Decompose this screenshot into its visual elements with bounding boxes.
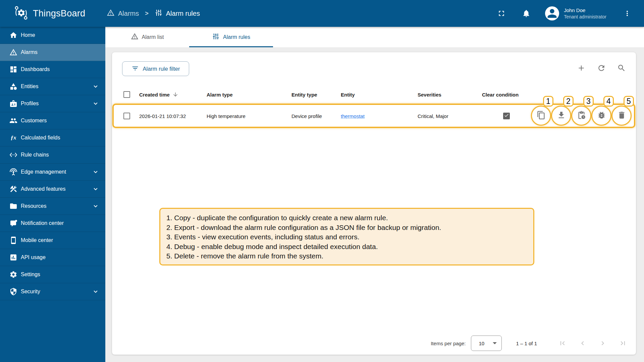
previous-page-button[interactable]: [576, 337, 589, 350]
thingsboard-logo[interactable]: ThingsBoard: [0, 5, 101, 22]
sidebar-item-customers[interactable]: Customers: [0, 112, 105, 129]
sidebar-item-edge-management[interactable]: Edge management: [0, 164, 105, 181]
chevron-down-icon: [92, 288, 99, 295]
sidebar-item-advanced-features[interactable]: Advanced features: [0, 181, 105, 198]
row-created-time: 2026-01-21 10:07:32: [139, 105, 186, 127]
row-alarm-type: High temperature: [207, 105, 246, 127]
fullscreen-button[interactable]: [494, 6, 509, 21]
select-all-checkbox[interactable]: [123, 91, 130, 98]
sidebar-item-dashboards[interactable]: Dashboards: [0, 61, 105, 78]
sidebar-item-security[interactable]: Security: [0, 283, 105, 300]
row-entity-type: Device profile: [291, 105, 322, 127]
chart-icon: [9, 253, 17, 261]
tune-icon: [155, 9, 163, 18]
dropdown-caret-icon: [493, 342, 497, 344]
category-icon: [9, 82, 17, 90]
function-icon: ƒx: [9, 134, 17, 142]
top-bar: ThingsBoard Alarms > Alarm rules John Do…: [0, 0, 644, 27]
warning-icon: [107, 9, 115, 18]
sidebar-item-notification-center[interactable]: Notification center: [0, 215, 105, 232]
last-page-button[interactable]: [616, 337, 630, 350]
smartphone-icon: [9, 236, 17, 244]
add-alarm-rule-button[interactable]: [575, 61, 588, 75]
annotation-line-delete: 5. Delete - remove the alarm rule from t…: [166, 251, 527, 261]
items-per-page-select[interactable]: 10: [471, 336, 502, 351]
page-range-label: 1 – 1 of 1: [516, 341, 537, 346]
sidebar-item-entities[interactable]: Entities: [0, 78, 105, 95]
user-role: Tenant administrator: [564, 14, 606, 19]
sidebar-item-profiles[interactable]: Profiles: [0, 95, 105, 112]
breadcrumb: Alarms > Alarm rules: [107, 9, 200, 18]
warning-icon: [131, 33, 139, 42]
items-per-page-label: Items per page:: [431, 341, 466, 346]
sidebar-item-rule-chains[interactable]: Rule chains: [0, 146, 105, 164]
check-icon: [504, 113, 509, 119]
sidebar-item-home[interactable]: Home: [0, 27, 105, 44]
sidebar-item-resources[interactable]: Resources: [0, 198, 105, 215]
sidebar-item-calculated-fields[interactable]: ƒx Calculated fields: [0, 129, 105, 146]
column-header-severities[interactable]: Severities: [418, 84, 441, 105]
search-button[interactable]: [615, 61, 628, 75]
bug-icon: [597, 111, 606, 121]
user-avatar[interactable]: [545, 6, 559, 20]
sidebar-item-api-usage[interactable]: API usage: [0, 249, 105, 266]
breadcrumb-separator: >: [143, 10, 151, 17]
annotation-badge-5: 5: [624, 96, 634, 107]
annotation-badge-3: 3: [583, 96, 594, 107]
column-header-clear-condition[interactable]: Clear condition: [482, 84, 519, 105]
warning-icon: [9, 48, 17, 56]
annotation-line-copy: 1. Copy - duplicate the configuration to…: [166, 213, 527, 223]
column-header-created-time[interactable]: Created time: [139, 84, 178, 105]
column-header-entity[interactable]: Entity: [341, 84, 355, 105]
main-content: Alarm list Alarm rules Alarm rule filter: [105, 27, 644, 362]
notifications-bell-button[interactable]: [519, 6, 534, 21]
antenna-icon: [9, 168, 17, 176]
entity-link[interactable]: thermostat: [341, 113, 365, 119]
thingsboard-gear-icon: [13, 5, 29, 22]
annotation-line-export: 2. Export - download the alarm rule conf…: [166, 223, 527, 233]
breadcrumb-alarm-rules: Alarm rules: [155, 9, 200, 18]
paginator: Items per page: 10 1 – 1 of 1: [431, 334, 630, 353]
copy-icon: [537, 111, 546, 121]
export-action-button[interactable]: [551, 106, 571, 126]
logo-text: ThingsBoard: [33, 8, 85, 19]
chevron-down-icon: [92, 168, 99, 176]
clipboard-clock-icon: [577, 111, 586, 121]
delete-action-button[interactable]: [611, 106, 632, 126]
row-severities: Critical, Major: [418, 105, 448, 127]
sidebar: Home Alarms Dashboards Entities Profiles…: [0, 27, 105, 362]
user-info: John Doe Tenant administrator: [564, 7, 606, 19]
table-header-row: Created time Alarm type Entity type Enti…: [112, 84, 636, 105]
tools-icon: [9, 185, 17, 193]
sidebar-item-settings[interactable]: Settings: [0, 266, 105, 283]
clear-condition-checkbox[interactable]: [503, 113, 510, 119]
chevron-down-icon: [92, 202, 99, 210]
next-page-button[interactable]: [596, 337, 609, 350]
sidebar-item-mobile-center[interactable]: Mobile center: [0, 232, 105, 249]
refresh-button[interactable]: [595, 61, 608, 75]
events-action-button[interactable]: [571, 106, 591, 126]
chevron-down-icon: [92, 185, 99, 193]
debug-action-button[interactable]: [591, 106, 611, 126]
row-checkbox[interactable]: [123, 113, 130, 119]
column-header-entity-type[interactable]: Entity type: [291, 84, 317, 105]
people-icon: [9, 117, 17, 125]
kebab-menu-button[interactable]: [620, 6, 635, 21]
trash-icon: [617, 111, 626, 121]
notification-bubble-icon: [9, 219, 17, 227]
copy-action-button[interactable]: [531, 106, 551, 126]
column-header-alarm-type[interactable]: Alarm type: [207, 84, 233, 105]
annotation-badge-1: 1: [543, 96, 553, 107]
home-icon: [9, 31, 17, 39]
first-page-button[interactable]: [556, 337, 569, 350]
tab-alarm-list[interactable]: Alarm list: [105, 27, 189, 47]
tab-strip: Alarm list Alarm rules: [105, 27, 644, 47]
alarm-rules-card: Alarm rule filter Created time Alarm typ: [112, 52, 636, 355]
download-icon: [557, 111, 566, 121]
breadcrumb-alarms[interactable]: Alarms: [107, 9, 139, 18]
alarm-rule-filter-button[interactable]: Alarm rule filter: [122, 61, 189, 76]
sidebar-item-alarms[interactable]: Alarms: [0, 44, 105, 61]
shield-icon: [9, 288, 17, 296]
tab-alarm-rules[interactable]: Alarm rules: [189, 27, 273, 47]
annotation-badge-4: 4: [603, 96, 614, 107]
